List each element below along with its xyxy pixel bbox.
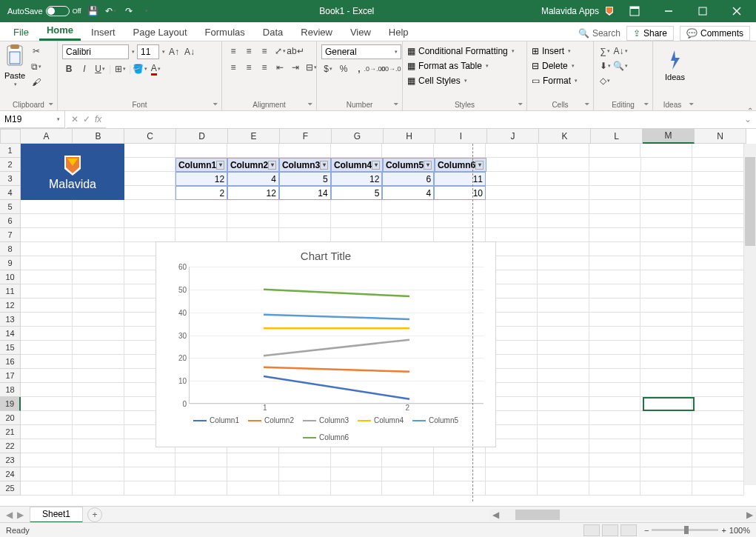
- cell[interactable]: [640, 144, 692, 158]
- normal-view-button[interactable]: [583, 524, 600, 536]
- cell[interactable]: [279, 481, 331, 496]
- cell[interactable]: [331, 453, 383, 467]
- qat-customize-icon[interactable]: ▾: [141, 5, 153, 17]
- cell[interactable]: 2: [175, 186, 227, 200]
- cell[interactable]: [434, 200, 486, 214]
- cell[interactable]: [227, 453, 279, 467]
- cell[interactable]: [21, 397, 73, 411]
- cell[interactable]: [73, 313, 124, 327]
- font-color-icon[interactable]: A▾: [149, 62, 162, 76]
- cell[interactable]: [124, 158, 175, 172]
- cell[interactable]: [73, 355, 124, 369]
- cell[interactable]: [640, 284, 692, 298]
- cell[interactable]: [382, 481, 434, 496]
- filter-dropdown-icon[interactable]: ▾: [216, 161, 224, 170]
- cell[interactable]: [331, 144, 383, 158]
- align-middle-icon[interactable]: ≡: [242, 44, 255, 58]
- cell[interactable]: [640, 256, 692, 270]
- cell[interactable]: [692, 284, 744, 298]
- close-icon[interactable]: [722, 0, 752, 22]
- column-header[interactable]: H: [384, 129, 435, 144]
- cell[interactable]: [227, 214, 279, 228]
- cell[interactable]: [486, 172, 538, 186]
- column-header[interactable]: F: [280, 129, 332, 144]
- row-header[interactable]: 3: [0, 172, 21, 186]
- cell[interactable]: [640, 411, 692, 425]
- align-top-icon[interactable]: ≡: [227, 44, 240, 58]
- cell[interactable]: [692, 144, 744, 158]
- cell[interactable]: [538, 284, 589, 298]
- new-sheet-button[interactable]: +: [87, 507, 102, 522]
- cell[interactable]: [124, 214, 176, 228]
- cell[interactable]: [640, 298, 692, 313]
- row-header[interactable]: 20: [0, 411, 21, 425]
- cut-icon[interactable]: ✂: [30, 44, 43, 58]
- cell[interactable]: [73, 411, 124, 425]
- cell[interactable]: [21, 453, 73, 467]
- redo-icon[interactable]: ↷: [123, 5, 135, 17]
- cell[interactable]: [538, 256, 589, 270]
- cell[interactable]: [589, 453, 641, 467]
- cell[interactable]: [589, 383, 641, 397]
- cell[interactable]: [692, 383, 744, 397]
- cell[interactable]: [692, 298, 744, 313]
- fill-icon[interactable]: ⬇▾: [598, 59, 612, 73]
- cell[interactable]: [589, 256, 641, 270]
- cell[interactable]: [73, 453, 124, 467]
- filter-dropdown-icon[interactable]: ▾: [475, 161, 484, 170]
- cell[interactable]: [175, 228, 227, 242]
- format-painter-icon[interactable]: 🖌: [30, 76, 43, 89]
- cell[interactable]: [21, 214, 73, 228]
- row-header[interactable]: 14: [0, 327, 21, 341]
- cell[interactable]: [21, 242, 73, 256]
- cell[interactable]: [73, 214, 124, 228]
- cell[interactable]: [538, 411, 589, 425]
- row-header[interactable]: 8: [0, 242, 21, 256]
- align-left-icon[interactable]: ≡: [227, 61, 240, 74]
- font-name-input[interactable]: [62, 44, 129, 59]
- format-as-table-button[interactable]: ▦Format as Table▾: [407, 59, 489, 73]
- percent-icon[interactable]: %: [337, 62, 350, 76]
- align-center-icon[interactable]: ≡: [242, 61, 255, 74]
- cell[interactable]: [538, 313, 589, 327]
- cell[interactable]: [589, 214, 641, 228]
- cell[interactable]: [73, 467, 124, 481]
- cell[interactable]: [331, 200, 383, 214]
- cell[interactable]: [382, 228, 434, 242]
- search-input[interactable]: 🔍 Search: [578, 28, 620, 39]
- format-cells-button[interactable]: ▭Format▾: [532, 74, 578, 87]
- cell[interactable]: [640, 453, 692, 467]
- cell[interactable]: [21, 425, 73, 439]
- cell[interactable]: [640, 327, 692, 341]
- row-header[interactable]: 21: [0, 425, 21, 439]
- cell[interactable]: [692, 369, 744, 383]
- cell[interactable]: [175, 453, 227, 467]
- cell[interactable]: [538, 200, 589, 214]
- cell[interactable]: [538, 467, 589, 481]
- cell[interactable]: [73, 369, 124, 383]
- column-header[interactable]: L: [591, 129, 643, 144]
- cell[interactable]: [640, 467, 692, 481]
- formula-input[interactable]: [106, 111, 740, 128]
- undo-icon[interactable]: ↶▾: [105, 5, 117, 17]
- tab-data[interactable]: Data: [255, 24, 290, 41]
- column-header[interactable]: E: [228, 129, 280, 144]
- page-break-view-button[interactable]: [620, 524, 637, 536]
- cell[interactable]: [279, 228, 331, 242]
- cell[interactable]: [227, 144, 279, 158]
- cell[interactable]: [538, 453, 589, 467]
- cell[interactable]: [124, 172, 176, 186]
- cell[interactable]: [73, 256, 124, 270]
- row-header[interactable]: 5: [0, 200, 21, 214]
- tab-view[interactable]: View: [343, 24, 378, 41]
- cell[interactable]: [73, 397, 124, 411]
- cell[interactable]: [124, 144, 176, 158]
- cell[interactable]: [175, 144, 227, 158]
- filter-dropdown-icon[interactable]: ▾: [372, 161, 380, 170]
- cell[interactable]: 10: [434, 186, 486, 200]
- cell[interactable]: [692, 397, 744, 411]
- cell[interactable]: [538, 214, 589, 228]
- sort-filter-icon[interactable]: A↓▾: [614, 44, 627, 58]
- cell[interactable]: [589, 298, 641, 313]
- number-format-select[interactable]: General▾: [321, 44, 401, 59]
